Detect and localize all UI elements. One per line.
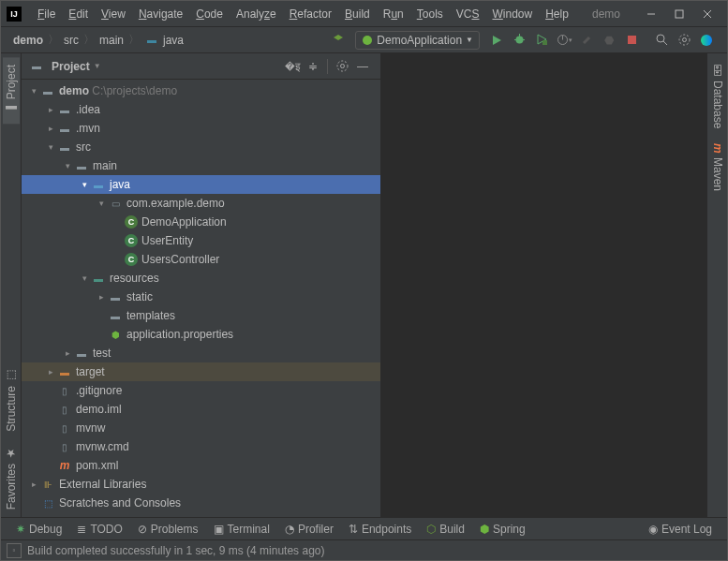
run-config-selector[interactable]: DemoApplication ▼	[355, 31, 480, 50]
tree-node-file[interactable]: ▯demo.iml	[22, 400, 380, 419]
tree-node-file[interactable]: ▯mvnw	[22, 419, 380, 437]
menu-vcs[interactable]: VCS	[450, 4, 486, 24]
expand-all-button[interactable]: ≑	[304, 57, 322, 76]
tree-node-file[interactable]: ▯mvnw.cmd	[22, 437, 380, 456]
menu-file[interactable]: File	[31, 4, 62, 24]
tree-node-file[interactable]: ▯.gitignore	[22, 381, 380, 400]
tool-tab-project[interactable]: ▬Project	[3, 57, 20, 124]
svg-line-14	[663, 41, 667, 45]
search-button[interactable]	[651, 30, 672, 51]
menu-code[interactable]: Code	[189, 4, 230, 24]
spring-icon	[362, 35, 373, 46]
breadcrumb-item[interactable]: src	[61, 32, 82, 49]
tool-tab-database[interactable]: 🗄Database	[709, 57, 726, 136]
svg-rect-1	[676, 10, 683, 18]
menu-tools[interactable]: Tools	[410, 4, 450, 24]
tree-node-folder[interactable]: ▸▬static	[22, 288, 380, 306]
debug-button[interactable]	[509, 30, 529, 51]
project-view-selector[interactable]: ▬ Project ▼	[29, 59, 101, 74]
run-config-label: DemoApplication	[377, 34, 462, 47]
tree-node-class[interactable]: CUserEntity	[22, 231, 380, 250]
status-message: Build completed successfully in 1 sec, 9…	[27, 544, 324, 557]
tree-node-target-folder[interactable]: ▸▬target	[22, 362, 380, 381]
tree-node-scratches[interactable]: ⬚Scratches and Consoles	[22, 494, 380, 512]
menu-analyze[interactable]: Analyze	[230, 4, 283, 24]
tool-tab-structure[interactable]: Structure⬚	[3, 362, 20, 439]
menu-run[interactable]: Run	[377, 4, 410, 24]
coverage-button[interactable]	[531, 30, 552, 51]
tree-node-folder[interactable]: ▬templates	[22, 306, 380, 325]
svg-point-13	[657, 35, 664, 42]
breadcrumb-root[interactable]: demo	[10, 32, 46, 49]
tool-tab-profiler[interactable]: ◔Profiler	[277, 521, 341, 538]
menu-window[interactable]: Window	[485, 4, 539, 24]
right-tool-gutter: 🗄Database mMaven	[706, 53, 727, 517]
hide-panel-button[interactable]: —	[353, 57, 372, 76]
chevron-down-icon: ▼	[466, 36, 473, 44]
menu-edit[interactable]: Edit	[62, 4, 95, 24]
tool-tab-endpoints[interactable]: ⇅Endpoints	[341, 521, 419, 538]
tool-tab-debug[interactable]: ✷Debug	[8, 521, 69, 538]
profile-button[interactable]: ▾	[554, 30, 574, 51]
tree-node-folder[interactable]: ▸▬test	[22, 344, 380, 362]
minimize-button[interactable]	[637, 5, 665, 23]
editor-area	[381, 53, 706, 517]
breadcrumb-item[interactable]: main	[97, 32, 126, 49]
build-button[interactable]	[328, 30, 349, 51]
tree-node-project[interactable]: ▾▬demo C:\projects\demo	[22, 81, 380, 100]
tool-tab-todo[interactable]: ≣TODO	[69, 521, 129, 538]
tree-node-folder[interactable]: ▾▬src	[22, 138, 380, 156]
tool-tab-favorites[interactable]: Favorites★	[3, 439, 20, 517]
tree-node-source-folder[interactable]: ▾▬java	[22, 175, 380, 194]
attach-button[interactable]	[576, 30, 597, 51]
svg-point-4	[363, 36, 372, 45]
tool-tab-maven[interactable]: mMaven	[709, 136, 726, 199]
svg-point-15	[682, 38, 686, 42]
project-panel-header: ▬ Project ▼ �इ ≑ —	[22, 53, 380, 80]
select-opened-file-button[interactable]: �इ	[283, 57, 302, 76]
tree-node-package[interactable]: ▾▭com.example.demo	[22, 194, 380, 213]
chevron-right-icon: 〉	[48, 32, 59, 48]
chevron-right-icon: 〉	[83, 32, 95, 48]
app-logo: IJ	[7, 7, 22, 22]
navbar: demo 〉 src 〉 main 〉 ▬java DemoApplicatio…	[1, 27, 727, 53]
svg-point-5	[515, 37, 523, 44]
run-button[interactable]	[486, 30, 507, 51]
tool-tab-spring[interactable]: ⬢Spring	[472, 521, 533, 538]
tree-node-external-libs[interactable]: ▸⊪External Libraries	[22, 475, 380, 494]
tool-tab-build[interactable]: ⬡Build	[419, 521, 472, 538]
stop-disabled-button[interactable]: ⬣	[599, 30, 619, 51]
tree-node-class[interactable]: CUsersController	[22, 250, 380, 269]
chevron-right-icon: 〉	[128, 32, 140, 48]
tool-tab-terminal[interactable]: ▣Terminal	[206, 521, 277, 538]
menu-view[interactable]: View	[95, 4, 132, 24]
svg-rect-12	[628, 36, 636, 44]
menu-build[interactable]: Build	[338, 4, 377, 24]
menu-navigate[interactable]: Navigate	[132, 4, 189, 24]
tree-node-resources-folder[interactable]: ▾▬resources	[22, 269, 380, 288]
menu-help[interactable]: Help	[539, 4, 575, 24]
breadcrumb-item[interactable]: ▬java	[141, 31, 186, 50]
menu-refactor[interactable]: Refactor	[283, 4, 338, 24]
tree-node-file[interactable]: ⬢application.properties	[22, 325, 380, 344]
svg-point-19	[337, 61, 348, 71]
status-indicator-icon[interactable]: ▫	[7, 543, 22, 558]
svg-point-17	[701, 35, 712, 46]
settings-button[interactable]	[674, 30, 694, 51]
jetbrains-button[interactable]	[696, 30, 717, 51]
project-panel: ▬ Project ▼ �इ ≑ — ▾▬demo C:\projects\de…	[22, 53, 381, 517]
svg-point-18	[340, 65, 344, 68]
tree-node-folder[interactable]: ▾▬main	[22, 156, 380, 175]
project-tree[interactable]: ▾▬demo C:\projects\demo ▸▬.idea ▸▬.mvn ▾…	[22, 80, 380, 517]
left-tool-gutter: ▬Project Structure⬚ Favorites★	[1, 53, 22, 517]
tree-node-folder[interactable]: ▸▬.idea	[22, 100, 380, 119]
panel-settings-button[interactable]	[333, 57, 351, 76]
tree-node-pom[interactable]: mpom.xml	[22, 456, 380, 475]
tool-tab-problems[interactable]: ⊘Problems	[130, 521, 206, 538]
maximize-button[interactable]	[665, 5, 693, 23]
tree-node-class[interactable]: CDemoApplication	[22, 213, 380, 231]
tree-node-folder[interactable]: ▸▬.mvn	[22, 119, 380, 138]
tool-tab-eventlog[interactable]: ◉Event Log	[641, 521, 720, 538]
close-button[interactable]	[693, 5, 721, 23]
stop-button[interactable]	[621, 30, 642, 51]
